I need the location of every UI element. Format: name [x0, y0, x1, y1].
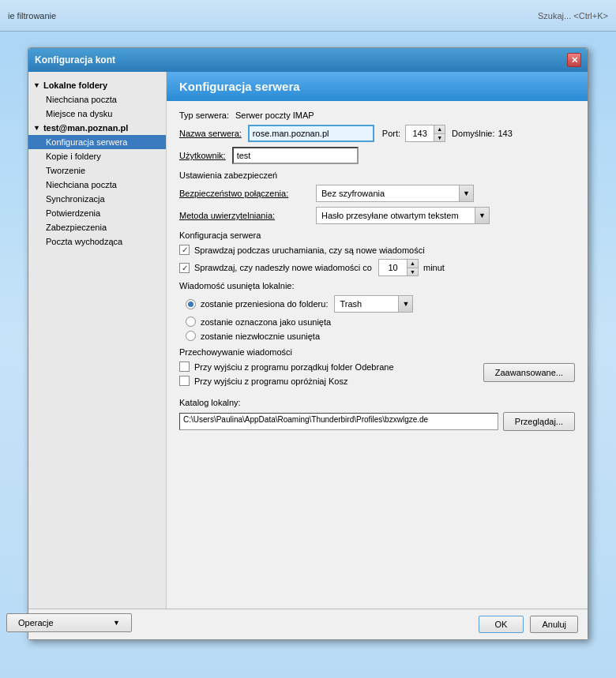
radio-immediate[interactable]	[186, 331, 196, 341]
inner-dialog-body: Typ serwera: Serwer poczty IMAP Nazwa se…	[167, 101, 588, 609]
trash-dropdown[interactable]: Trash ▼	[334, 295, 413, 313]
user-row: Użytkownik:	[179, 147, 575, 164]
server-name-label: Nazwa serwera:	[179, 129, 242, 138]
radio-marked[interactable]	[186, 317, 196, 327]
local-dir-label: Katalog lokalny:	[179, 398, 575, 407]
check-new-messages-checkbox[interactable]	[179, 263, 190, 273]
operations-arrow-icon: ▼	[113, 619, 120, 627]
security-auth-value: Hasło przesyłane otwartym tekstem	[317, 211, 475, 220]
security-connection-row: Bezpieczeństwo połączenia: Bez szyfrowan…	[179, 185, 575, 202]
outer-dialog-title: Konfiguracja kont	[35, 54, 115, 66]
port-input[interactable]	[406, 125, 434, 141]
browse-label: Przeglądaj...	[515, 417, 563, 426]
check-startup-checkbox[interactable]	[179, 245, 190, 255]
security-connection-arrow-icon: ▼	[459, 185, 473, 201]
sidebar-item-outgoing[interactable]: Poczta wychodząca	[28, 234, 166, 249]
inner-dialog-title: Konfiguracja serwera	[179, 80, 300, 93]
operations-label: Operacje	[18, 618, 54, 627]
radio-marked-row: zostanie oznaczona jako usunięta	[186, 317, 575, 327]
port-label: Port:	[382, 129, 400, 138]
security-auth-row: Metoda uwierzytelniania: Hasło przesyłan…	[179, 207, 575, 224]
security-connection-label: Bezpieczeństwo połączenia:	[179, 189, 310, 198]
security-auth-dropdown[interactable]: Hasło przesyłane otwartym tekstem ▼	[316, 207, 490, 224]
outer-dialog-titlebar: Konfiguracja kont ✕	[28, 48, 588, 72]
check-startup-row: Sprawdzaj podczas uruchamiania, czy są n…	[179, 245, 575, 255]
sidebar-item-server-config[interactable]: Konfiguracja serwera	[28, 135, 166, 149]
empty-trash-label: Przy wyjściu z programu opróżniaj Kosz	[194, 376, 347, 386]
browse-button[interactable]: Przeglądaj...	[503, 412, 575, 431]
cleanup-inbox-checkbox[interactable]	[179, 361, 190, 372]
radio-moved[interactable]	[186, 299, 196, 309]
server-name-row: Nazwa serwera: Port: ▲ ▼ Domyślnie: 143	[179, 125, 575, 142]
port-up-button[interactable]: ▲	[434, 125, 445, 134]
ok-button[interactable]: OK	[479, 616, 524, 633]
interval-down-button[interactable]: ▼	[408, 268, 418, 276]
triangle-icon-2: ▼	[33, 124, 40, 132]
deleted-section-title: Wiadomość usunięta lokalnie:	[179, 281, 575, 290]
advanced-label: Zaawansowane...	[495, 368, 563, 377]
sidebar-item-junk[interactable]: Niechciana poczta	[28, 92, 166, 107]
trash-arrow-icon: ▼	[398, 296, 412, 312]
interval-up-button[interactable]: ▲	[408, 260, 418, 268]
server-type-value: Serwer poczty IMAP	[235, 111, 314, 120]
path-row: C:\Users\Paulina\AppData\Roaming\Thunder…	[179, 412, 575, 431]
interval-input[interactable]	[379, 260, 407, 275]
interval-arrows: ▲ ▼	[407, 260, 418, 275]
port-spinbox[interactable]: ▲ ▼	[405, 125, 445, 142]
trash-dropdown-value: Trash	[335, 299, 398, 309]
bottom-buttons: OK Anuluj	[479, 616, 578, 633]
radio-marked-label: zostanie oznaczona jako usunięta	[201, 317, 331, 327]
sidebar-section-local[interactable]: ▼ Lokalne foldery	[28, 78, 166, 92]
sidebar-item-sync[interactable]: Synchronizacja	[28, 192, 166, 206]
empty-trash-checkbox[interactable]	[179, 376, 190, 386]
interval-spinbox[interactable]: ▲ ▼	[378, 259, 419, 276]
server-name-input[interactable]	[248, 125, 374, 142]
sidebar-item-confirmations[interactable]: Potwierdzenia	[28, 206, 166, 220]
user-label: Użytkownik:	[179, 151, 226, 160]
security-section-title: Ustawienia zabezpieczeń	[179, 170, 575, 180]
radio-moved-label: zostanie przeniesiona do folderu:	[201, 299, 328, 309]
default-label: Domyślnie:	[452, 129, 494, 138]
operations-button[interactable]: Operacje ▼	[6, 613, 132, 632]
check-new-messages-row: Sprawdzaj, czy nadeszły nowe wiadomości …	[179, 259, 575, 276]
triangle-icon: ▼	[33, 81, 40, 89]
cleanup-inbox-label: Przy wyjściu z programu porządkuj folder…	[194, 362, 394, 372]
radio-moved-row: zostanie przeniesiona do folderu: Trash …	[186, 295, 575, 313]
security-connection-dropdown[interactable]: Bez szyfrowania ▼	[316, 185, 474, 202]
sidebar-item-composition[interactable]: Tworzenie	[28, 163, 166, 178]
sidebar-section-local-label: Lokalne foldery	[43, 81, 107, 90]
server-type-label: Typ serwera:	[179, 111, 229, 120]
security-auth-label: Metoda uwierzytelniania:	[179, 211, 310, 220]
sidebar: ▼ Lokalne foldery Niechciana poczta Miej…	[28, 72, 167, 609]
server-type-row: Typ serwera: Serwer poczty IMAP	[179, 111, 575, 120]
default-value: 143	[498, 129, 513, 138]
sidebar-item-junk2[interactable]: Niechciana poczta	[28, 178, 166, 192]
sidebar-item-security[interactable]: Zabezpieczenia	[28, 220, 166, 234]
storage-section-title: Przechowywanie wiadomości	[179, 347, 575, 357]
main-content: Konfiguracja serwera Typ serwera: Serwer…	[167, 72, 588, 609]
path-value: C:\Users\Paulina\AppData\Roaming\Thunder…	[183, 415, 428, 424]
user-input[interactable]	[232, 147, 359, 164]
empty-trash-row: Przy wyjściu z programu opróżniaj Kosz	[179, 376, 477, 386]
security-auth-arrow-icon: ▼	[475, 208, 489, 223]
port-arrows: ▲ ▼	[434, 125, 445, 141]
check-new-messages-label: Sprawdzaj, czy nadeszły nowe wiadomości …	[194, 263, 372, 272]
ok-label: OK	[495, 620, 508, 629]
port-down-button[interactable]: ▼	[434, 134, 445, 142]
cancel-button[interactable]: Anuluj	[530, 616, 578, 633]
sidebar-section-account-label: test@man.poznan.pl	[43, 123, 128, 133]
sidebar-item-copies[interactable]: Kopie i foldery	[28, 149, 166, 163]
radio-immediate-label: zostanie niezwłocznie usunięta	[201, 332, 320, 341]
server-config-section-title: Konfiguracja serwera	[179, 230, 575, 240]
close-button[interactable]: ✕	[567, 53, 581, 67]
interval-unit: minut	[423, 263, 445, 272]
cancel-label: Anuluj	[542, 620, 566, 629]
path-display: C:\Users\Paulina\AppData\Roaming\Thunder…	[179, 413, 498, 430]
cleanup-inbox-row: Przy wyjściu z programu porządkuj folder…	[179, 361, 477, 372]
check-startup-label: Sprawdzaj podczas uruchamiania, czy są n…	[194, 245, 425, 255]
advanced-button[interactable]: Zaawansowane...	[483, 363, 575, 382]
inner-dialog-header: Konfiguracja serwera	[167, 72, 588, 101]
security-connection-value: Bez szyfrowania	[317, 189, 459, 198]
sidebar-section-account[interactable]: ▼ test@man.poznan.pl	[28, 121, 166, 135]
sidebar-item-disk[interactable]: Miejsce na dysku	[28, 107, 166, 121]
